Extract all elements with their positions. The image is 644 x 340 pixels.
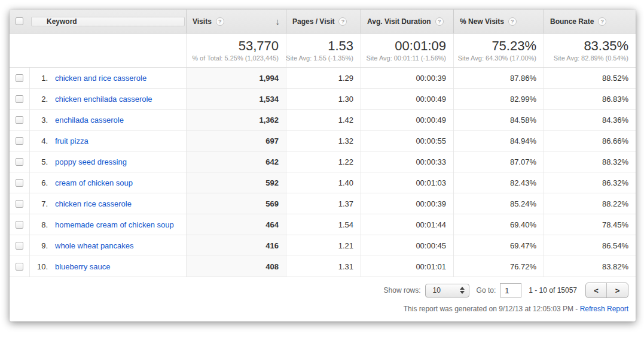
summary-new-visits-subtext: Site Avg: 64.30% (17.00%): [458, 54, 536, 62]
table-row: 1. chicken and rice casserole 1,994 1.29…: [10, 68, 636, 89]
bounce-rate-cell: 78.45%: [544, 214, 636, 235]
goto-page-input[interactable]: [500, 283, 521, 298]
new-visits-cell: 69.40%: [453, 214, 544, 235]
table-row: 4. fruit pizza 697 1.32 00:00:55 84.94% …: [10, 130, 636, 151]
keyword-header-label: Keyword: [47, 17, 77, 26]
row-checkbox-cell: [10, 130, 29, 151]
keyword-header-cell: Keyword: [29, 10, 186, 33]
new-visits-cell: 87.07%: [453, 151, 544, 172]
row-index: 7.: [30, 199, 48, 208]
bounce-rate-cell: 86.54%: [544, 235, 636, 256]
avg-visit-duration-cell: 00:00:55: [361, 130, 453, 151]
keyword-link[interactable]: chicken rice casserole: [55, 199, 132, 208]
bounce-rate-cell: 86.32%: [544, 172, 636, 193]
new-visits-cell: 85.24%: [453, 193, 544, 214]
keyword-cell: 7. chicken rice casserole: [29, 193, 186, 214]
summary-row: 53,770 % of Total: 5.25% (1,023,445) 1.5…: [10, 34, 636, 68]
summary-visits-value: 53,770: [239, 39, 279, 53]
keyword-link[interactable]: poppy seed dressing: [55, 157, 127, 166]
new-visits-cell: 84.94%: [453, 130, 544, 151]
avg-visit-duration-cell: 00:00:39: [361, 193, 453, 214]
show-rows-select[interactable]: 10: [425, 284, 469, 298]
row-checkbox[interactable]: [16, 116, 23, 124]
show-rows-label: Show rows:: [384, 286, 421, 295]
row-checkbox[interactable]: [16, 95, 23, 103]
help-icon[interactable]: ?: [508, 17, 517, 26]
select-all-checkbox[interactable]: [16, 17, 23, 25]
keyword-link[interactable]: cream of chicken soup: [55, 178, 133, 187]
row-checkbox[interactable]: [16, 242, 23, 250]
summary-new-visits-value: 75.23%: [492, 39, 536, 53]
visits-header-label: Visits: [193, 17, 212, 26]
help-icon[interactable]: ?: [598, 17, 606, 26]
bounce-rate-cell: 86.66%: [544, 130, 636, 151]
new-visits-cell: 82.43%: [453, 172, 544, 193]
row-checkbox-cell: [10, 172, 29, 193]
pages-header-label: Pages / Visit: [292, 17, 334, 26]
bounce-rate-cell: 88.22%: [544, 193, 636, 214]
row-checkbox-cell: [10, 214, 29, 235]
visits-cell: 569: [186, 193, 286, 214]
row-checkbox[interactable]: [16, 200, 23, 208]
table-row: 7. chicken rice casserole 569 1.37 00:00…: [10, 193, 636, 214]
summary-visits-cell: 53,770 % of Total: 5.25% (1,023,445): [186, 34, 286, 67]
keyword-link[interactable]: chicken enchilada casserole: [55, 95, 152, 104]
row-index: 5.: [30, 157, 48, 166]
column-header-bounce-rate[interactable]: Bounce Rate ?: [544, 10, 636, 33]
bounce-rate-cell: 83.82%: [544, 256, 636, 277]
keyword-link[interactable]: whole wheat pancakes: [55, 241, 134, 250]
new-visits-header-label: % New Visits: [460, 17, 504, 26]
avg-visit-duration-cell: 00:00:45: [361, 235, 453, 256]
table-row: 8. homemade cream of chicken soup 464 1.…: [10, 214, 636, 235]
column-header-pages-per-visit[interactable]: Pages / Visit ?: [286, 10, 361, 33]
row-checkbox[interactable]: [16, 179, 23, 187]
visits-cell: 1,534: [186, 89, 286, 109]
column-header-new-visits[interactable]: % New Visits ?: [453, 10, 544, 33]
pages-per-visit-cell: 1.22: [286, 151, 361, 172]
row-checkbox[interactable]: [16, 221, 23, 229]
keyword-cell: 9. whole wheat pancakes: [29, 235, 186, 256]
table-row: 2. chicken enchilada casserole 1,534 1.3…: [10, 89, 636, 110]
keyword-link[interactable]: homemade cream of chicken soup: [55, 220, 174, 229]
row-checkbox[interactable]: [16, 74, 23, 82]
summary-duration-value: 00:01:09: [395, 39, 446, 53]
column-header-keyword[interactable]: Keyword: [31, 17, 185, 26]
row-checkbox[interactable]: [16, 263, 23, 271]
avg-visit-duration-cell: 00:01:44: [361, 214, 453, 235]
report-table-panel: Keyword Visits ? ↓ Pages / Visit ? Avg. …: [10, 10, 636, 321]
pages-per-visit-cell: 1.29: [286, 68, 361, 88]
row-checkbox[interactable]: [16, 137, 23, 145]
row-index: 6.: [30, 178, 48, 187]
next-page-button[interactable]: >: [607, 283, 628, 298]
summary-duration-subtext: Site Avg: 00:01:11 (-1.56%): [366, 54, 446, 62]
new-visits-cell: 82.99%: [453, 89, 544, 109]
bounce-header-label: Bounce Rate: [550, 17, 594, 26]
visits-cell: 416: [186, 235, 286, 256]
row-checkbox-cell: [10, 151, 29, 172]
summary-bounce-cell: 83.35% Site Avg: 82.89% (0.54%): [544, 34, 636, 67]
keyword-link[interactable]: enchilada casserole: [55, 116, 124, 125]
avg-visit-duration-cell: 00:00:39: [361, 68, 453, 88]
row-checkbox[interactable]: [16, 158, 23, 166]
sort-descending-icon[interactable]: ↓: [276, 16, 280, 26]
help-icon[interactable]: ?: [216, 17, 224, 26]
keyword-link[interactable]: chicken and rice casserole: [55, 74, 146, 83]
column-header-visits[interactable]: Visits ? ↓: [186, 10, 286, 33]
avg-visit-duration-cell: 00:01:01: [361, 256, 453, 277]
visits-cell: 697: [186, 130, 286, 151]
help-icon[interactable]: ?: [338, 17, 347, 26]
bounce-rate-cell: 84.36%: [544, 110, 636, 130]
keyword-link[interactable]: blueberry sauce: [55, 262, 111, 271]
keyword-link[interactable]: fruit pizza: [55, 136, 88, 145]
visits-cell: 464: [186, 214, 286, 235]
help-icon[interactable]: ?: [435, 17, 444, 26]
row-index: 1.: [30, 74, 48, 83]
chevron-right-icon: >: [615, 286, 620, 295]
refresh-report-link[interactable]: Refresh Report: [580, 305, 628, 313]
duration-header-label: Avg. Visit Duration: [367, 17, 431, 26]
show-rows-value: 10: [433, 286, 460, 295]
column-header-avg-visit-duration[interactable]: Avg. Visit Duration ?: [361, 10, 453, 33]
previous-page-button[interactable]: <: [586, 283, 607, 298]
row-checkbox-cell: [10, 256, 29, 277]
table-header-row: Keyword Visits ? ↓ Pages / Visit ? Avg. …: [10, 10, 636, 34]
